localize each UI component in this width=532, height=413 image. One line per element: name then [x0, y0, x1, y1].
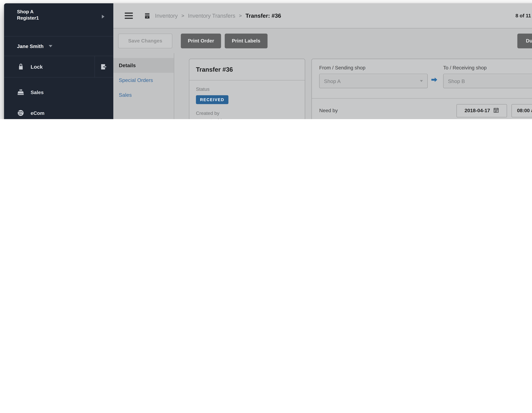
created-by-label: Created by: [196, 110, 298, 116]
shop-name: Shop A: [17, 9, 107, 15]
user-name: Jane Smith: [17, 43, 44, 49]
save-changes-button[interactable]: Save Changes: [118, 33, 172, 48]
route-arrow-icon: [431, 77, 438, 84]
lock-icon: [17, 63, 24, 70]
subnav: Details Special Orders Sales: [113, 53, 174, 119]
status-label: Status: [196, 86, 298, 92]
shop-register-switcher[interactable]: Shop A Register1: [4, 3, 113, 37]
breadcrumb-separator: >: [239, 13, 242, 19]
print-labels-button[interactable]: Print Labels: [225, 33, 267, 48]
body-wrap: Details Special Orders Sales Transfer #3…: [113, 53, 532, 119]
print-order-button[interactable]: Print Order: [181, 33, 221, 48]
tab-sales[interactable]: Sales: [113, 87, 174, 102]
from-shop-label: From / Sending shop: [319, 65, 428, 70]
transfer-details-card: Transfer #36 Status RECEIVED Created by …: [189, 59, 305, 119]
duplicate-button[interactable]: Duplicate: [517, 33, 532, 48]
topbar: Inventory > Inventory Transfers > Transf…: [113, 3, 532, 29]
to-shop-select[interactable]: Shop B: [443, 74, 532, 88]
breadcrumb: Inventory > Inventory Transfers > Transf…: [155, 12, 281, 19]
need-by-time-value: 08:00 am: [517, 108, 532, 113]
need-by-date-field[interactable]: 2018-04-17: [456, 104, 507, 117]
breadcrumb-inventory-transfers[interactable]: Inventory Transfers: [188, 13, 235, 19]
breadcrumb-inventory[interactable]: Inventory: [155, 13, 178, 19]
logout-icon: [100, 63, 108, 70]
transfer-title: Transfer #36: [189, 59, 305, 80]
need-by-label: Need by: [319, 108, 338, 113]
content: Transfer #36 Status RECEIVED Created by …: [174, 53, 532, 119]
register-name: Register1: [17, 15, 107, 21]
from-shop-value: Shop A: [324, 78, 341, 84]
to-shop-label: To / Receiving shop: [443, 65, 532, 70]
lock-button[interactable]: Lock: [4, 56, 95, 77]
record-navigation: 8 of 11: [515, 12, 532, 20]
created-by-value: Jane Smith: [196, 118, 298, 119]
need-by-time-field[interactable]: 08:00 am: [512, 104, 532, 117]
user-menu[interactable]: Jane Smith: [4, 37, 113, 56]
logout-button[interactable]: [95, 56, 113, 77]
lock-row: Lock: [4, 56, 113, 77]
main-area: Inventory > Inventory Transfers > Transf…: [113, 3, 532, 119]
to-shop-value: Shop B: [448, 78, 465, 84]
sidebar-item-label: Sales: [31, 89, 44, 95]
sidebar-item-label: eCom: [31, 110, 45, 116]
lock-label: Lock: [31, 64, 43, 69]
screenshot-stage: Shop A Register1 Jane Smith Lock: [0, 0, 532, 119]
chevron-down-icon: [49, 45, 52, 47]
dropdown-caret-icon: [420, 80, 423, 82]
from-shop-select[interactable]: Shop A: [319, 74, 428, 88]
breadcrumb-separator: >: [181, 13, 184, 19]
record-position: 8 of 11: [515, 13, 531, 19]
need-by-date-value: 2018-04-17: [465, 108, 490, 113]
sidebar: Shop A Register1 Jane Smith Lock: [4, 3, 113, 119]
tab-details[interactable]: Details: [113, 58, 174, 73]
chevron-right-icon: [102, 15, 104, 19]
tab-special-orders[interactable]: Special Orders: [113, 73, 174, 87]
sidebar-menu: Sales eCom Inventory: [4, 82, 113, 119]
sidebar-item-sales[interactable]: Sales: [4, 82, 113, 103]
breadcrumb-current: Transfer: #36: [246, 12, 281, 19]
route-panel: From / Sending shop Shop A To / Rece: [312, 59, 532, 119]
action-bar: Save Changes Print Order Print Labels Du…: [113, 29, 532, 53]
cash-register-icon: [17, 88, 24, 96]
app-window: Shop A Register1 Jane Smith Lock: [4, 3, 532, 119]
hamburger-menu-icon[interactable]: [125, 13, 133, 19]
status-badge: RECEIVED: [196, 95, 228, 104]
sidebar-item-ecom[interactable]: eCom: [4, 103, 113, 119]
globe-icon: [17, 109, 24, 117]
inventory-crumb-icon: [144, 12, 151, 19]
calendar-icon: [493, 107, 499, 114]
